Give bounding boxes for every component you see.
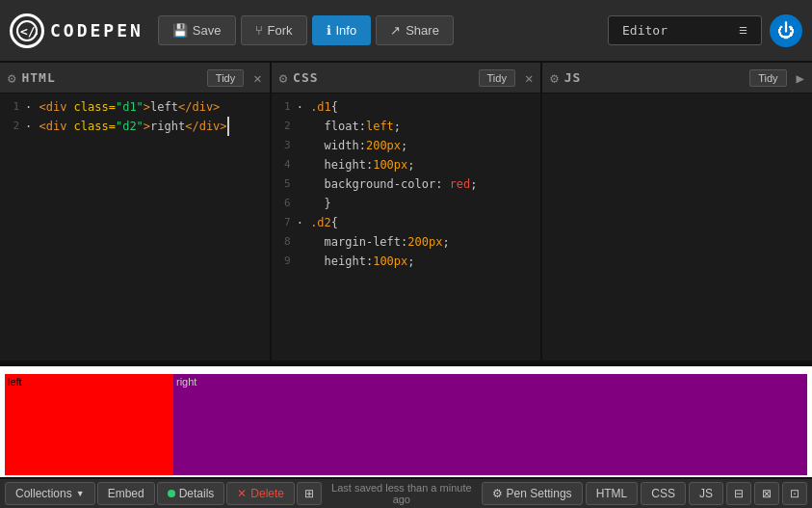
css-view-button[interactable]: CSS xyxy=(641,482,686,505)
html-panel-title: HTML xyxy=(21,70,200,85)
html-view-button[interactable]: HTML xyxy=(586,482,639,505)
bottom-right-controls: ⚙ Pen Settings HTML CSS JS ⊟ ⊠ ⊡ xyxy=(482,482,807,505)
preview-right-box: right xyxy=(173,374,807,475)
css-close-icon[interactable]: ✕ xyxy=(525,70,533,86)
html-tidy-button[interactable]: Tidy xyxy=(207,69,244,87)
info-button[interactable]: ℹ Info xyxy=(312,15,372,45)
css-tidy-button[interactable]: Tidy xyxy=(479,69,515,87)
html-line-numbers: 1 2 xyxy=(0,94,21,140)
chevron-down-icon: ☰ xyxy=(739,25,747,36)
user-button[interactable]: ⏻ xyxy=(770,14,802,47)
svg-text:</>: </> xyxy=(20,24,38,39)
html-gear-icon[interactable]: ⚙ xyxy=(8,70,15,86)
css-line-numbers: 12345 6789 xyxy=(272,94,293,275)
html-code-display: · <div class="d1">left</div> · <div clas… xyxy=(21,94,270,361)
embed-button[interactable]: Embed xyxy=(97,482,155,505)
preview-right-label: right xyxy=(173,374,199,389)
js-panel-header: ⚙ JS Tidy ▶ xyxy=(542,63,812,94)
html-panel: ⚙ HTML Tidy ✕ 1 2 · <div class="d1">left… xyxy=(0,63,272,361)
js-close-icon[interactable]: ▶ xyxy=(797,70,804,86)
layout-grid-button[interactable]: ⊟ xyxy=(726,482,751,505)
css-panel-title: CSS xyxy=(293,70,472,85)
css-panel-body[interactable]: 12345 6789 · .d1{ float:left; width:200p… xyxy=(272,94,541,361)
logo-icon: </> xyxy=(10,13,44,48)
gear-icon: ⚙ xyxy=(492,487,503,500)
js-view-button[interactable]: JS xyxy=(689,482,723,505)
delete-icon: ✕ xyxy=(237,487,247,500)
logo-text: CODEPEN xyxy=(50,20,144,40)
css-code-display: · .d1{ float:left; width:200px; height:1… xyxy=(293,94,541,361)
js-panel-title: JS xyxy=(564,70,744,85)
editor-dropdown-label: Editor xyxy=(622,23,668,38)
html-panel-body[interactable]: 1 2 · <div class="d1">left</div> · <div … xyxy=(0,94,270,361)
details-button[interactable]: Details xyxy=(157,482,225,505)
editor-area: ⚙ HTML Tidy ✕ 1 2 · <div class="d1">left… xyxy=(0,63,812,361)
js-gear-icon[interactable]: ⚙ xyxy=(550,70,558,86)
pen-settings-button[interactable]: ⚙ Pen Settings xyxy=(482,482,583,505)
bottom-bar: Collections ▼ Embed Details ✕ Delete ⊞ L… xyxy=(0,477,812,508)
fork-icon: ⑂ xyxy=(255,23,263,38)
collections-arrow-icon: ▼ xyxy=(76,489,85,498)
info-icon: ℹ xyxy=(327,23,331,38)
css-gear-icon[interactable]: ⚙ xyxy=(279,70,287,86)
js-panel: ⚙ JS Tidy ▶ xyxy=(542,63,812,361)
top-bar: </> CODEPEN 💾 Save ⑂ Fork ℹ Info ↗ Share… xyxy=(0,0,812,63)
save-icon: 💾 xyxy=(172,23,188,38)
collections-button[interactable]: Collections ▼ xyxy=(5,482,95,505)
js-tidy-button[interactable]: Tidy xyxy=(749,69,786,87)
preview-left-box: left xyxy=(5,374,173,475)
status-dot-icon xyxy=(168,490,175,497)
css-panel-header: ⚙ CSS Tidy ✕ xyxy=(272,63,541,94)
fork-button[interactable]: ⑂ Fork xyxy=(241,15,307,45)
delete-button[interactable]: ✕ Delete xyxy=(226,482,295,505)
layout-rows-button[interactable]: ⊡ xyxy=(782,482,807,505)
save-button[interactable]: 💾 Save xyxy=(158,15,236,45)
layout-columns-button[interactable]: ⊠ xyxy=(754,482,779,505)
share-button[interactable]: ↗ Share xyxy=(376,15,454,45)
html-code-line-1: · <div class="d1">left</div> xyxy=(25,97,266,117)
power-icon: ⏻ xyxy=(777,20,795,40)
editor-dropdown[interactable]: Editor ☰ xyxy=(608,15,762,45)
css-panel: ⚙ CSS Tidy ✕ 12345 6789 · .d1{ float:lef… xyxy=(272,63,543,361)
html-panel-header: ⚙ HTML Tidy ✕ xyxy=(0,63,270,94)
share-icon: ↗ xyxy=(390,23,401,38)
js-panel-body[interactable] xyxy=(542,94,812,361)
html-code-line-2: · <div class="d2">right</div>​ xyxy=(25,117,266,136)
html-close-icon[interactable]: ✕ xyxy=(253,70,261,86)
logo: </> CODEPEN xyxy=(10,13,144,48)
preview-left-label: left xyxy=(5,374,25,389)
status-text: Last saved less than a minute ago xyxy=(324,482,480,505)
layout-icon-button[interactable]: ⊞ xyxy=(297,482,322,505)
